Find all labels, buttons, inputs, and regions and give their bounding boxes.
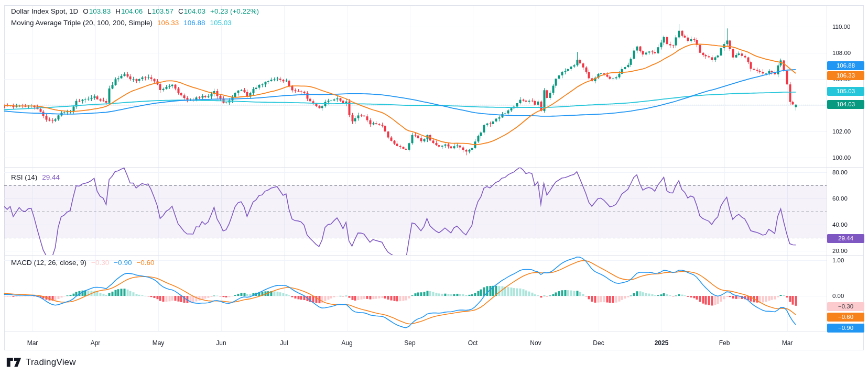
time-label-Dec: Dec [578, 338, 620, 348]
time-label-Sep: Sep [389, 338, 431, 348]
macd-title: MACD (12, 26, close, 9) [11, 259, 86, 267]
symbol-title: Dollar Index Spot, 1D [11, 7, 78, 16]
time-label-Apr: Apr [74, 338, 116, 348]
tradingview-logo-icon [6, 357, 21, 368]
macd-line-value: −0.90 [114, 259, 132, 267]
time-label-Aug: Aug [326, 338, 368, 348]
ma20-value: 106.33 [157, 19, 179, 27]
time-label-Nov: Nov [515, 338, 557, 348]
axis-badge: −0.90 [827, 324, 864, 333]
time-label-Jun: Jun [200, 338, 242, 348]
axis-badge: 105.03 [827, 87, 864, 96]
tradingview-wordmark: TradingView [26, 357, 76, 368]
tradingview-attribution[interactable]: TradingView [6, 357, 76, 368]
macd-legend: MACD (12, 26, close, 9) −0.30 −0.90 −0.6… [11, 259, 155, 267]
change-value: +0.23 (+0.22%) [210, 7, 259, 16]
ohlc-close: C104.03 [178, 7, 205, 16]
macd-hist-value: −0.30 [91, 259, 109, 267]
rsi-title: RSI (14) [11, 173, 37, 182]
time-label-Jul: Jul [263, 338, 305, 348]
axis-badge: 29.44 [827, 234, 864, 243]
rsi-value: 29.44 [42, 173, 60, 182]
price-axis[interactable] [827, 5, 868, 331]
chart-canvas[interactable] [0, 0, 868, 376]
ma100-value: 106.88 [183, 19, 205, 27]
macd-signal-value: −0.60 [136, 259, 154, 267]
time-label-Mar: Mar [766, 338, 808, 348]
time-label-Feb: Feb [703, 338, 745, 348]
time-label-Oct: Oct [452, 338, 494, 348]
axis-badge: −0.30 [827, 302, 864, 311]
time-label-Mar: Mar [12, 338, 53, 348]
ohlc-high: H104.06 [115, 7, 143, 16]
axis-badge: −0.60 [827, 313, 864, 322]
axis-badge: 104.03 [827, 100, 864, 109]
ohlc-low: L103.57 [147, 7, 173, 16]
ohlc-open: O103.83 [83, 7, 111, 16]
axis-badge: 106.88 [827, 61, 864, 70]
axis-badge: 106.33 [827, 71, 864, 80]
symbol-legend: Dollar Index Spot, 1D O103.83 H104.06 L1… [11, 7, 259, 16]
time-label-2025: 2025 [641, 338, 682, 348]
ma200-value: 105.03 [210, 19, 232, 27]
time-label-May: May [137, 338, 179, 348]
rsi-legend: RSI (14) 29.44 [11, 173, 60, 182]
tradingview-chart-snapshot: Dollar Index Spot, 1D O103.83 H104.06 L1… [0, 0, 868, 376]
ma-title: Moving Average Triple (20, 100, 200, Sim… [11, 19, 153, 27]
ma-legend: Moving Average Triple (20, 100, 200, Sim… [11, 19, 232, 27]
